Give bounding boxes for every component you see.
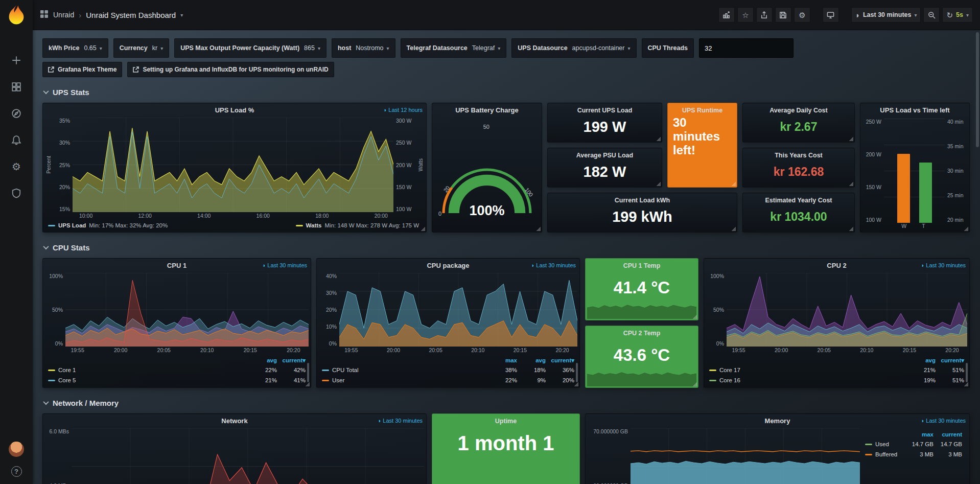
legend-sort-avg[interactable]: avg — [248, 357, 277, 363]
legend-sort-avg[interactable]: avg — [907, 357, 936, 363]
panel-resize-handle[interactable] — [731, 181, 736, 186]
admin-shield-icon[interactable] — [11, 188, 22, 199]
panel-resize-handle[interactable] — [656, 181, 661, 186]
legend-series-name[interactable]: User — [332, 377, 488, 383]
grafana-logo[interactable] — [6, 5, 27, 25]
time-series-plot[interactable] — [339, 273, 577, 347]
panel-title[interactable]: UPS Load % — [58, 106, 411, 114]
stat-title[interactable]: Average Daily Cost — [743, 107, 854, 114]
bar-gauge-plot[interactable] — [884, 119, 945, 223]
legend-sort-current[interactable]: current▾ — [936, 357, 964, 364]
legend-scrollbar[interactable] — [576, 363, 578, 382]
stat-title[interactable]: Current Load kWh — [548, 197, 737, 204]
time-series-plot[interactable] — [727, 273, 967, 347]
legend-series-name[interactable]: Used — [875, 441, 905, 447]
link-grafana-plex-theme[interactable]: Grafana Plex Theme — [42, 62, 122, 77]
legend-sort-current[interactable]: current▾ — [277, 357, 306, 364]
star-dashboard-button[interactable]: ☆ — [737, 7, 754, 22]
cpu-threads-input[interactable] — [699, 38, 794, 58]
zoom-out-button[interactable] — [923, 7, 940, 22]
cycle-view-monitor-button[interactable] — [823, 7, 839, 22]
stat-title[interactable]: This Years Cost — [743, 152, 854, 159]
panel-resize-handle[interactable] — [849, 181, 853, 186]
stat-title[interactable]: Current UPS Load — [548, 107, 662, 114]
legend-sort-max[interactable]: max — [488, 357, 517, 363]
legend-series-name[interactable]: Core 16 — [719, 377, 907, 383]
scrollbar-thumb[interactable] — [976, 32, 979, 147]
legend-sort-current[interactable]: current▾ — [546, 357, 574, 364]
share-dashboard-button[interactable] — [756, 7, 773, 22]
time-series-plot[interactable] — [72, 428, 424, 484]
legend-series-name[interactable]: Core 17 — [719, 367, 907, 373]
legend-sort-max[interactable]: max — [905, 431, 934, 437]
legend-series-name[interactable]: Core 5 — [58, 377, 248, 383]
panel-resize-handle[interactable] — [692, 382, 697, 386]
dashboard-dropdown-caret[interactable]: ▾ — [180, 12, 183, 18]
variable-kwh-price[interactable]: kWh Price 0.65▾ — [42, 38, 108, 58]
refresh-button[interactable]: ↻ 5s ▾ — [942, 7, 973, 22]
panel-title[interactable]: Memory — [601, 417, 954, 425]
user-avatar[interactable] — [9, 442, 24, 457]
explore-compass-icon[interactable] — [11, 108, 22, 119]
legend-series-ups-load[interactable]: UPS Load Min: 17% Max: 32% Avg: 20% — [48, 222, 168, 228]
panel-title[interactable]: UPS Load vs Time left — [876, 106, 954, 114]
time-series-plot[interactable] — [73, 118, 393, 212]
variable-ups-datasource[interactable]: UPS Datasource apcupsd-container▾ — [511, 38, 636, 58]
stat-title[interactable]: CPU 1 Temp — [586, 262, 698, 269]
legend-scrollbar[interactable] — [307, 363, 309, 382]
legend-series-watts[interactable]: Watts Min: 148 W Max: 278 W Avg: 175 W — [296, 222, 419, 228]
time-range-picker[interactable]: ◗ Last 30 minutes ▾ — [851, 7, 921, 22]
panel-resize-handle[interactable] — [849, 136, 853, 141]
panel-resize-handle[interactable] — [964, 382, 968, 386]
panel-resize-handle[interactable] — [964, 226, 968, 231]
panel-title[interactable]: Network — [58, 417, 411, 425]
variable-ups-max-output[interactable]: UPS Max Output Power Capacity (Watt) 865… — [174, 38, 326, 58]
panel-title[interactable]: UPS Battery Charge — [448, 106, 526, 114]
legend-sort-current[interactable]: current — [934, 431, 962, 437]
page-scrollbar[interactable] — [976, 32, 979, 482]
panel-resize-handle[interactable] — [656, 136, 661, 141]
dropdown-caret-icon: ▾ — [627, 45, 630, 51]
stat-title[interactable]: CPU 2 Temp — [586, 330, 698, 337]
dashboard-picker-icon[interactable] — [40, 10, 49, 20]
panel-resize-handle[interactable] — [574, 382, 578, 386]
variable-currency[interactable]: Currency kr▾ — [113, 38, 169, 58]
panel-resize-handle[interactable] — [536, 226, 541, 231]
stat-title[interactable]: Uptime — [432, 418, 579, 425]
variable-host[interactable]: host Nostromo▾ — [332, 38, 395, 58]
breadcrumb-dashboard-title[interactable]: Unraid System Dashboard — [86, 11, 176, 19]
panel-resize-handle[interactable] — [849, 226, 853, 231]
panel-title[interactable]: CPU 1 — [58, 262, 295, 269]
dropdown-caret-icon: ▾ — [100, 45, 102, 51]
legend-series-name[interactable]: CPU Total — [332, 367, 488, 373]
legend-scrollbar[interactable] — [966, 363, 968, 382]
row-header-cpu-stats[interactable]: CPU Stats — [44, 242, 970, 253]
breadcrumb-folder[interactable]: Unraid — [53, 11, 74, 19]
legend-series-name[interactable]: Core 1 — [58, 367, 248, 373]
link-ups-monitoring-guide[interactable]: Setting up Grafana and InfluxDB for UPS … — [127, 62, 334, 77]
time-series-plot[interactable] — [631, 428, 860, 484]
stat-title[interactable]: Average PSU Load — [548, 152, 662, 159]
panel-resize-handle[interactable] — [421, 226, 425, 231]
configuration-gear-icon[interactable]: ⚙ — [11, 161, 22, 172]
panel-title[interactable]: CPU package — [332, 262, 564, 269]
create-plus-icon[interactable] — [11, 55, 22, 66]
dashboards-icon[interactable] — [11, 81, 22, 93]
row-header-network-memory[interactable]: Network / Memory — [44, 397, 970, 408]
panel-title[interactable]: CPU 2 — [719, 262, 954, 269]
legend-series-name[interactable]: Buffered — [875, 451, 905, 457]
help-icon[interactable]: ? — [11, 466, 22, 477]
time-series-plot[interactable] — [65, 273, 309, 347]
variable-telegraf-datasource[interactable]: Telegraf Datasource Telegraf▾ — [401, 38, 507, 58]
stat-title[interactable]: UPS Runtime — [668, 107, 737, 114]
panel-resize-handle[interactable] — [305, 382, 310, 386]
add-panel-button[interactable] — [718, 7, 735, 22]
alerting-bell-icon[interactable] — [11, 134, 22, 146]
row-header-ups-stats[interactable]: UPS Stats — [44, 86, 970, 98]
panel-resize-handle[interactable] — [731, 226, 736, 231]
dashboard-settings-button[interactable]: ⚙ — [794, 7, 810, 22]
legend-sort-avg[interactable]: avg — [517, 357, 546, 363]
save-dashboard-button[interactable] — [775, 7, 791, 22]
panel-resize-handle[interactable] — [692, 314, 697, 319]
stat-title[interactable]: Estimated Yearly Cost — [743, 197, 854, 204]
